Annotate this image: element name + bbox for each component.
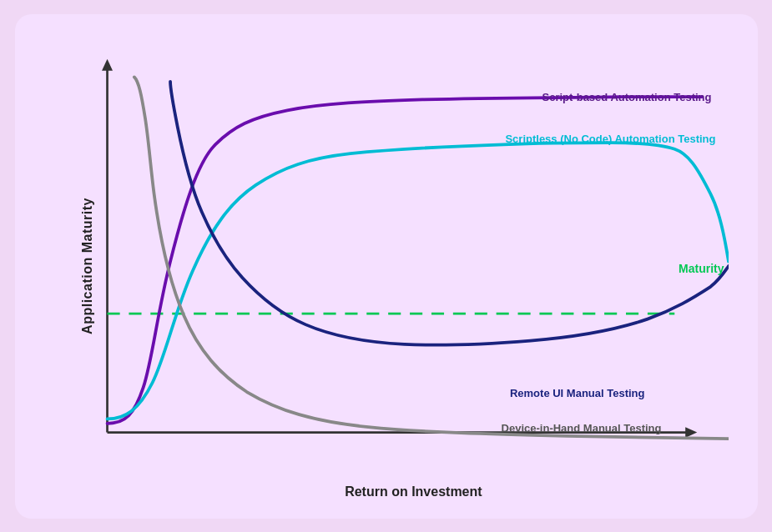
maturity-label: Maturity — [679, 262, 724, 275]
label-scriptless: Scriptless (No Code) Automation Testing — [505, 133, 715, 145]
label-device: Device-in-Hand Manual Testing — [502, 422, 662, 434]
label-script-based: Script-based Automation Testing — [542, 91, 712, 103]
chart-wrapper: Application Maturity Script-based Automa — [44, 41, 729, 491]
label-remote: Remote UI Manual Testing — [510, 387, 645, 399]
svg-marker-1 — [102, 59, 113, 71]
svg-marker-3 — [685, 427, 697, 438]
chart-container: Application Maturity Script-based Automa — [15, 14, 758, 519]
x-axis-label: Return on Investment — [345, 484, 482, 499]
